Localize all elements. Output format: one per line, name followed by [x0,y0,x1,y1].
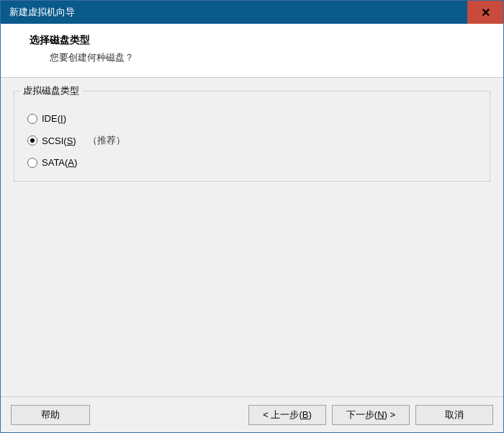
radio-option-ide[interactable]: IDE(I) [27,113,480,124]
group-title: 虚拟磁盘类型 [20,84,82,97]
wizard-window: 新建虚拟机向导 ✕ 选择磁盘类型 您要创建何种磁盘？ 虚拟磁盘类型 IDE(I)… [0,0,504,433]
window-title: 新建虚拟机向导 [9,6,467,19]
radio-icon [27,158,37,168]
page-title: 选择磁盘类型 [30,34,474,47]
recommend-label: （推荐） [88,134,125,147]
help-button[interactable]: 帮助 [11,405,90,425]
radio-label: SATA(A) [42,157,77,168]
close-button[interactable]: ✕ [467,1,503,24]
radio-label: IDE(I) [42,113,66,124]
cancel-button[interactable]: 取消 [415,405,493,425]
next-button[interactable]: 下一步(N) > [332,405,410,425]
disk-type-group: 虚拟磁盘类型 IDE(I) SCSI(S) （推荐） SATA(A) [14,91,490,182]
content-area: 虚拟磁盘类型 IDE(I) SCSI(S) （推荐） SATA(A) [1,78,503,396]
button-bar: 帮助 < 上一步(B) 下一步(N) > 取消 [1,396,503,432]
header-area: 选择磁盘类型 您要创建何种磁盘？ [1,24,503,78]
back-button[interactable]: < 上一步(B) [248,405,326,425]
radio-option-sata[interactable]: SATA(A) [27,157,480,168]
page-subtitle: 您要创建何种磁盘？ [50,51,474,64]
radio-option-scsi[interactable]: SCSI(S) （推荐） [27,134,480,147]
radio-icon [27,135,37,146]
titlebar: 新建虚拟机向导 ✕ [1,1,503,24]
radio-icon [27,114,37,124]
close-icon: ✕ [481,6,490,19]
radio-label: SCSI(S) [42,135,76,146]
